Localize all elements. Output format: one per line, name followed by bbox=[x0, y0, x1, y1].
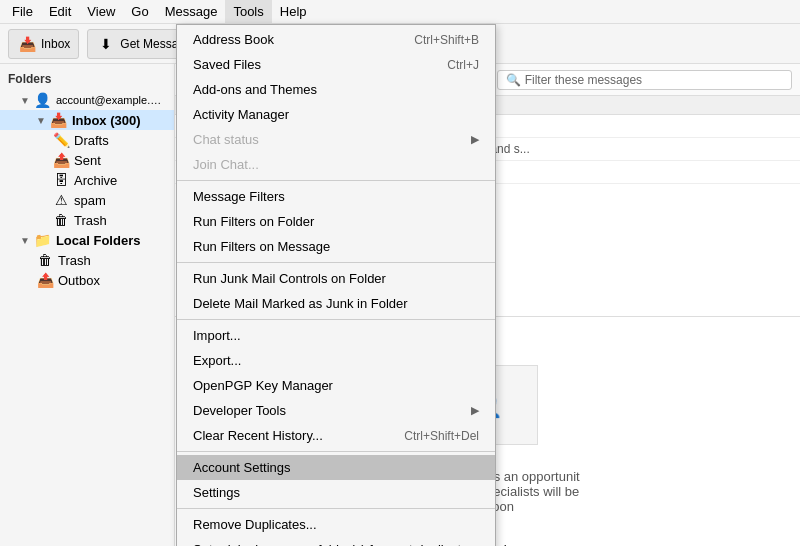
sent-icon: 📤 bbox=[52, 152, 70, 168]
menu-view[interactable]: View bbox=[79, 0, 123, 23]
local-folders-icon: 📁 bbox=[34, 232, 52, 248]
local-folders-label: Local Folders bbox=[56, 233, 166, 248]
filter-icon: 🔍 bbox=[506, 73, 521, 87]
drafts-icon: ✏️ bbox=[52, 132, 70, 148]
menu-account-settings[interactable]: Account Settings bbox=[177, 455, 495, 480]
filter-placeholder: Filter these messages bbox=[525, 73, 642, 87]
menu-activity-manager[interactable]: Activity Manager bbox=[177, 102, 495, 127]
menu-clear-history[interactable]: Clear Recent History... Ctrl+Shift+Del bbox=[177, 423, 495, 448]
expand-arrow-icon: ▼ bbox=[20, 95, 30, 106]
sidebar-lf-trash[interactable]: 🗑 Trash bbox=[0, 250, 174, 270]
menu-help[interactable]: Help bbox=[272, 0, 315, 23]
sidebar-local-folders[interactable]: ▼ 📁 Local Folders bbox=[0, 230, 174, 250]
menu-join-chat: Join Chat... bbox=[177, 152, 495, 177]
menu-run-junk-controls[interactable]: Run Junk Mail Controls on Folder bbox=[177, 266, 495, 291]
sidebar-sent[interactable]: 📤 Sent bbox=[0, 150, 174, 170]
menu-bar: File Edit View Go Message Tools Help bbox=[0, 0, 800, 24]
set-original-folder-label: Set original message folder(s) for next … bbox=[193, 542, 511, 546]
account-name-label: account@example.com bbox=[56, 94, 166, 106]
menu-edit[interactable]: Edit bbox=[41, 0, 79, 23]
sidebar-trash[interactable]: 🗑 Trash bbox=[0, 210, 174, 230]
sidebar-account[interactable]: ▼ 👤 account@example.com bbox=[0, 90, 174, 110]
delete-junk-label: Delete Mail Marked as Junk in Folder bbox=[193, 296, 408, 311]
menu-openpgp[interactable]: OpenPGP Key Manager bbox=[177, 373, 495, 398]
trash-label: Trash bbox=[74, 213, 166, 228]
sidebar: Folders ▼ 👤 account@example.com ▼ 📥 Inbo… bbox=[0, 64, 175, 546]
separator-2 bbox=[177, 262, 495, 263]
separator-4 bbox=[177, 451, 495, 452]
menu-remove-duplicates[interactable]: Remove Duplicates... bbox=[177, 512, 495, 537]
get-messages-icon: ⬇ bbox=[96, 34, 116, 54]
account-settings-label: Account Settings bbox=[193, 460, 291, 475]
developer-tools-label: Developer Tools bbox=[193, 403, 286, 418]
run-junk-controls-label: Run Junk Mail Controls on Folder bbox=[193, 271, 386, 286]
saved-files-label: Saved Files bbox=[193, 57, 261, 72]
export-label: Export... bbox=[193, 353, 241, 368]
join-chat-label: Join Chat... bbox=[193, 157, 259, 172]
menu-go[interactable]: Go bbox=[123, 0, 156, 23]
separator-5 bbox=[177, 508, 495, 509]
clear-history-shortcut: Ctrl+Shift+Del bbox=[404, 429, 479, 443]
menu-export[interactable]: Export... bbox=[177, 348, 495, 373]
inbox-icon: 📥 bbox=[17, 34, 37, 54]
account-icon: 👤 bbox=[34, 92, 52, 108]
address-book-label: Address Book bbox=[193, 32, 274, 47]
menu-message-filters[interactable]: Message Filters bbox=[177, 184, 495, 209]
import-label: Import... bbox=[193, 328, 241, 343]
lf-trash-label: Trash bbox=[58, 253, 166, 268]
settings-label: Settings bbox=[193, 485, 240, 500]
addons-label: Add-ons and Themes bbox=[193, 82, 317, 97]
spam-icon: ⚠ bbox=[52, 192, 70, 208]
filter-bar[interactable]: 🔍 Filter these messages bbox=[497, 70, 792, 90]
menu-file[interactable]: File bbox=[4, 0, 41, 23]
menu-tools[interactable]: Tools bbox=[225, 0, 271, 23]
tools-dropdown[interactable]: Address Book Ctrl+Shift+B Saved Files Ct… bbox=[176, 24, 496, 546]
openpgp-label: OpenPGP Key Manager bbox=[193, 378, 333, 393]
saved-files-shortcut: Ctrl+J bbox=[447, 58, 479, 72]
sidebar-drafts[interactable]: ✏️ Drafts bbox=[0, 130, 174, 150]
separator-3 bbox=[177, 319, 495, 320]
sidebar-lf-outbox[interactable]: 📤 Outbox bbox=[0, 270, 174, 290]
clear-history-label: Clear Recent History... bbox=[193, 428, 323, 443]
sidebar-archive[interactable]: 🗄 Archive bbox=[0, 170, 174, 190]
inbox-expand-arrow-icon: ▼ bbox=[36, 115, 46, 126]
spam-label: spam bbox=[74, 193, 166, 208]
menu-run-filters-message[interactable]: Run Filters on Message bbox=[177, 234, 495, 259]
menu-address-book[interactable]: Address Book Ctrl+Shift+B bbox=[177, 27, 495, 52]
chat-status-label: Chat status bbox=[193, 132, 259, 147]
drafts-label: Drafts bbox=[74, 133, 166, 148]
archive-label: Archive bbox=[74, 173, 166, 188]
inbox-button[interactable]: 📥 Inbox bbox=[8, 29, 79, 59]
menu-message[interactable]: Message bbox=[157, 0, 226, 23]
sent-label: Sent bbox=[74, 153, 166, 168]
trash-icon: 🗑 bbox=[52, 212, 70, 228]
menu-developer-tools[interactable]: Developer Tools ▶ bbox=[177, 398, 495, 423]
lf-outbox-icon: 📤 bbox=[36, 272, 54, 288]
developer-tools-arrow-icon: ▶ bbox=[471, 404, 479, 417]
sidebar-spam[interactable]: ⚠ spam bbox=[0, 190, 174, 210]
menu-addons[interactable]: Add-ons and Themes bbox=[177, 77, 495, 102]
lf-expand-arrow-icon: ▼ bbox=[20, 235, 30, 246]
inbox-label: Inbox (300) bbox=[72, 113, 166, 128]
menu-set-original-folder[interactable]: Set original message folder(s) for next … bbox=[177, 537, 495, 546]
address-book-shortcut: Ctrl+Shift+B bbox=[414, 33, 479, 47]
menu-import[interactable]: Import... bbox=[177, 323, 495, 348]
menu-delete-junk[interactable]: Delete Mail Marked as Junk in Folder bbox=[177, 291, 495, 316]
archive-icon: 🗄 bbox=[52, 172, 70, 188]
lf-trash-icon: 🗑 bbox=[36, 252, 54, 268]
remove-duplicates-label: Remove Duplicates... bbox=[193, 517, 317, 532]
run-filters-folder-label: Run Filters on Folder bbox=[193, 214, 314, 229]
sidebar-inbox[interactable]: ▼ 📥 Inbox (300) bbox=[0, 110, 174, 130]
menu-chat-status: Chat status ▶ bbox=[177, 127, 495, 152]
inbox-folder-icon: 📥 bbox=[50, 112, 68, 128]
chat-status-arrow-icon: ▶ bbox=[471, 133, 479, 146]
separator-1 bbox=[177, 180, 495, 181]
run-filters-message-label: Run Filters on Message bbox=[193, 239, 330, 254]
folders-title: Folders bbox=[0, 68, 174, 90]
activity-manager-label: Activity Manager bbox=[193, 107, 289, 122]
lf-outbox-label: Outbox bbox=[58, 273, 166, 288]
menu-run-filters-folder[interactable]: Run Filters on Folder bbox=[177, 209, 495, 234]
menu-saved-files[interactable]: Saved Files Ctrl+J bbox=[177, 52, 495, 77]
menu-settings[interactable]: Settings bbox=[177, 480, 495, 505]
message-filters-label: Message Filters bbox=[193, 189, 285, 204]
